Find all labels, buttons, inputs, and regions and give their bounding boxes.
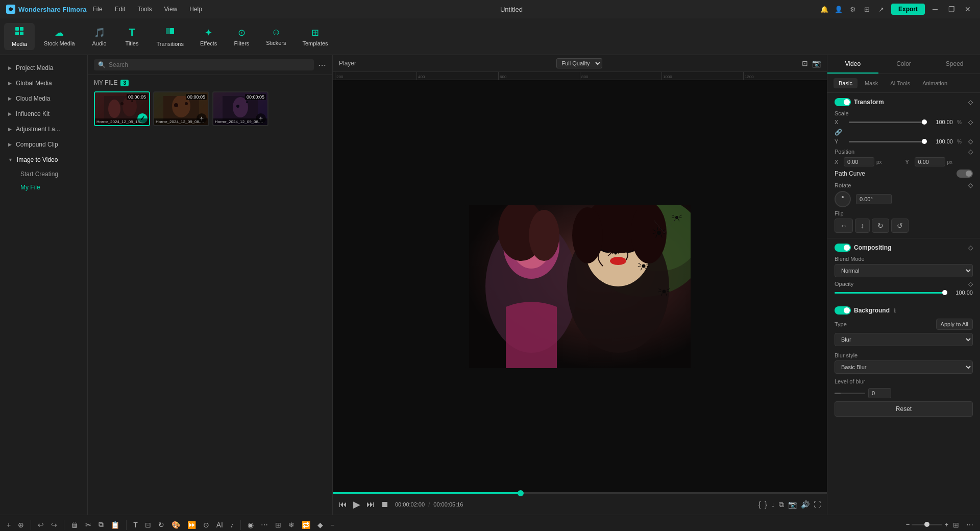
snapshot-icon[interactable]: 📷 [812, 59, 821, 67]
snapshot2-icon[interactable]: 📷 [788, 500, 797, 509]
snap-button[interactable]: ⊕ [15, 519, 27, 530]
position-keyframe[interactable]: ◇ [968, 148, 973, 155]
notification-icon[interactable]: 🔔 [819, 4, 830, 15]
minimize-button[interactable]: ─ [929, 3, 941, 15]
freeze-button[interactable]: ❄ [286, 519, 297, 530]
level-blur-slider[interactable] [835, 393, 865, 394]
tool-titles[interactable]: T Titles [117, 23, 148, 50]
reset-button[interactable]: Reset [835, 401, 973, 417]
tool-stickers[interactable]: ☺ Stickers [259, 24, 293, 49]
compositing-keyframe[interactable]: ◇ [968, 244, 973, 251]
rotate-button[interactable]: ↻ [156, 519, 167, 530]
crop-button[interactable]: ⊡ [142, 519, 154, 530]
zoom-in-button[interactable]: + [944, 521, 948, 528]
stop-button[interactable]: ⏹ [381, 500, 389, 509]
delete-button[interactable]: 🗑 [68, 519, 81, 530]
out-point-icon[interactable]: } [765, 500, 767, 509]
tool-media[interactable]: Media [4, 23, 35, 50]
apply-all-button[interactable]: Apply to All [936, 319, 973, 330]
account-icon[interactable]: 👤 [833, 4, 844, 15]
tab-video[interactable]: Video [827, 55, 878, 74]
sidebar-item-my-file[interactable]: My File [12, 181, 87, 194]
sidebar-item-start-creating[interactable]: Start Creating [12, 167, 87, 181]
blend-mode-select[interactable]: Normal [835, 264, 973, 277]
tool-filters[interactable]: ⊙ Filters [226, 24, 257, 50]
search-box[interactable]: 🔍 [94, 59, 314, 70]
settings-icon[interactable]: ⚙ [847, 4, 859, 15]
tab-speed[interactable]: Speed [929, 55, 980, 74]
scale-y-slider[interactable] [849, 141, 924, 142]
cut-button[interactable]: ✂ [83, 519, 94, 530]
share-icon[interactable]: ↗ [876, 4, 887, 15]
text-button[interactable]: T [131, 519, 140, 530]
tool-effects[interactable]: ✦ Effects [193, 24, 224, 50]
menu-help[interactable]: Help [187, 5, 204, 14]
copy-button[interactable]: ⧉ [96, 519, 106, 530]
more-options-button[interactable]: ⋯ [318, 60, 326, 70]
scale-x-keyframe[interactable]: ◇ [968, 118, 973, 126]
grid-view-button[interactable]: ⊞ [950, 519, 962, 530]
keyframe-button[interactable]: ◆ [315, 519, 326, 530]
menu-view[interactable]: View [162, 5, 179, 14]
speed-button[interactable]: ⏩ [185, 519, 199, 530]
rotate-input[interactable] [856, 194, 892, 204]
sidebar-item-cloud-media[interactable]: ▶ Cloud Media [0, 91, 87, 106]
zoomout-button[interactable]: − [328, 519, 337, 530]
menu-tools[interactable]: Tools [135, 5, 154, 14]
sidebar-item-image-to-video[interactable]: ▼ Image to Video [0, 152, 87, 167]
color-button[interactable]: 🎨 [169, 519, 183, 530]
more-options-button[interactable]: ⋯ [964, 519, 976, 530]
zoom-out-button[interactable]: − [906, 521, 910, 528]
audio-button[interactable]: ♪ [228, 519, 236, 530]
export-button[interactable]: Export [891, 4, 925, 15]
compositing-toggle[interactable] [835, 244, 851, 252]
close-button[interactable]: ✕ [962, 3, 974, 15]
previous-frame-button[interactable]: ⏮ [339, 500, 347, 509]
position-y-input[interactable] [915, 157, 945, 166]
tool-transitions[interactable]: Transitions [150, 23, 191, 50]
rotate-keyframe[interactable]: ◇ [968, 182, 973, 189]
sidebar-item-project-media[interactable]: ▶ Project Media [0, 60, 87, 76]
progress-bar[interactable] [333, 492, 827, 494]
flip-horizontal-button[interactable]: ↔ [835, 219, 853, 233]
tool-audio[interactable]: 🎵 Audio [84, 24, 115, 50]
undo-button[interactable]: ↩ [35, 519, 46, 530]
add-track-button[interactable]: + [4, 519, 13, 530]
progress-thumb[interactable] [518, 490, 524, 496]
position-x-input[interactable] [844, 157, 874, 166]
sidebar-item-compound-clip[interactable]: ▶ Compound Clip [0, 137, 87, 152]
media-thumb-3[interactable]: 00:00:05 + Horror_2024_12_09_08-... [212, 91, 268, 126]
tool-templates[interactable]: ⊞ Templates [295, 24, 335, 50]
background-toggle[interactable] [835, 306, 851, 315]
insert-icon[interactable]: ↓ [771, 500, 775, 509]
ai-button[interactable]: AI [214, 519, 226, 530]
level-blur-input[interactable] [868, 388, 891, 398]
tab-color[interactable]: Color [878, 55, 929, 74]
sub-tab-animation[interactable]: Animation [917, 78, 952, 88]
next-frame-button[interactable]: ⏭ [366, 500, 375, 509]
sub-tab-mask[interactable]: Mask [860, 78, 883, 88]
quality-select[interactable]: Full Quality [556, 58, 602, 68]
zoom-slider[interactable] [912, 524, 942, 525]
sidebar-item-influence-kit[interactable]: ▶ Influence Kit [0, 106, 87, 122]
ripple-button[interactable]: ⋯ [258, 519, 271, 530]
flip-vertical-button[interactable]: ↕ [855, 219, 870, 233]
media-thumb-2[interactable]: 00:00:05 + Horror_2024_12_09_08-... [153, 91, 209, 126]
transform-keyframe[interactable]: ◇ [968, 99, 973, 106]
media-thumb-1[interactable]: 00:00:05 ✓ Horror_2024_12_09_18-... [94, 91, 150, 126]
paste-button[interactable]: 📋 [108, 519, 122, 530]
menu-edit[interactable]: Edit [113, 5, 128, 14]
sub-tab-basic[interactable]: Basic [834, 78, 857, 88]
opacity-slider[interactable] [835, 292, 946, 294]
scale-link-icon[interactable]: 🔗 [835, 129, 842, 136]
path-curve-toggle[interactable] [957, 170, 973, 178]
transform-toggle[interactable] [835, 98, 851, 106]
fullscreen-icon[interactable]: ⛶ [814, 500, 821, 509]
tool-stock-media[interactable]: ☁ Stock Media [37, 24, 82, 50]
audio-icon[interactable]: 🔊 [801, 500, 810, 509]
flip-rotate-cw-button[interactable]: ↻ [872, 219, 889, 233]
mark-button[interactable]: ◉ [245, 519, 256, 530]
scale-y-keyframe[interactable]: ◇ [968, 138, 973, 145]
rotate-dial[interactable] [835, 191, 851, 207]
blur-style-select[interactable]: Basic Blur Mosaic Blur Luminance Blur [835, 360, 973, 374]
